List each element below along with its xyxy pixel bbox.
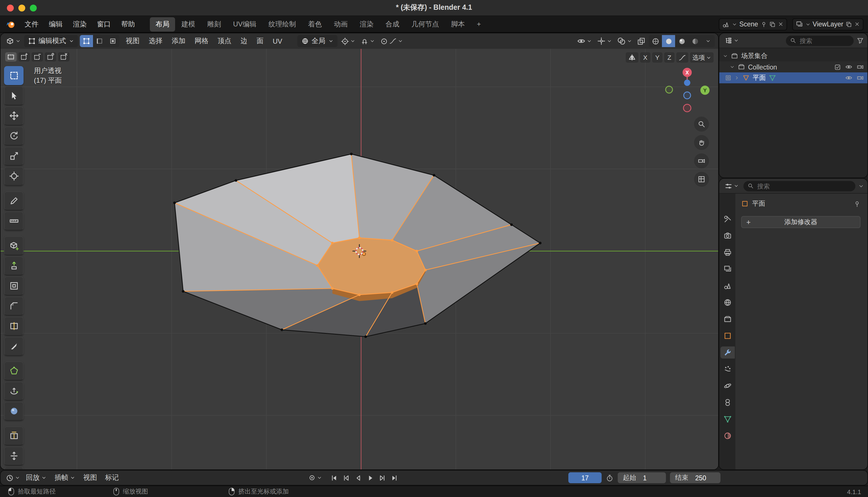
tool-measure[interactable] — [4, 211, 24, 230]
workspace-tab-layout[interactable]: 布局 — [150, 17, 175, 31]
mirror-x-button[interactable]: X — [640, 52, 650, 62]
vertex-select-button[interactable] — [80, 35, 93, 47]
transport-jump-last[interactable] — [389, 472, 400, 483]
outliner-search-input[interactable] — [798, 37, 839, 44]
selectable-checkbox-icon[interactable] — [834, 63, 841, 70]
tool-move[interactable] — [4, 106, 24, 125]
render-camera-icon[interactable] — [856, 74, 864, 82]
properties-search-input[interactable] — [756, 182, 796, 190]
properties-tab-render[interactable] — [720, 230, 735, 242]
properties-tab-modifiers[interactable] — [720, 346, 735, 358]
timeline-menu-playback[interactable]: 回放 — [22, 471, 50, 484]
tool-select-box[interactable] — [4, 66, 24, 85]
tool-cursor[interactable] — [4, 86, 24, 105]
properties-tab-world[interactable] — [720, 297, 735, 309]
add-modifier-button[interactable]: + 添加修改器 — [741, 216, 860, 228]
auto-keying-button[interactable] — [307, 473, 324, 483]
properties-tab-object-data[interactable] — [720, 413, 735, 425]
wireframe-shading-button[interactable] — [649, 35, 662, 47]
properties-tab-material[interactable] — [720, 430, 735, 442]
blender-logo-menu[interactable] — [6, 19, 16, 29]
rendered-shading-button[interactable] — [688, 35, 702, 47]
timeline-menu-view[interactable]: 视图 — [79, 471, 101, 484]
zoom-icon[interactable] — [694, 117, 709, 131]
tool-knife[interactable] — [4, 337, 24, 356]
workspace-tab-shading[interactable]: 着色 — [302, 17, 327, 31]
properties-tab-physics[interactable] — [720, 380, 735, 392]
properties-tab-tool[interactable] — [720, 213, 735, 225]
workspace-tab-rendering[interactable]: 渲染 — [354, 17, 379, 31]
properties-search[interactable] — [744, 181, 855, 191]
tool-extrude-region[interactable] — [4, 256, 24, 275]
mirror-z-button[interactable]: Z — [664, 52, 675, 62]
viewport-canvas[interactable]: X Y Z 选项 用户透视 (17) 平面 X — [1, 49, 718, 469]
pan-hand-icon[interactable] — [694, 135, 709, 150]
close-icon[interactable] — [778, 21, 783, 27]
proportional-editing-button[interactable] — [378, 36, 404, 46]
navigation-gizmo[interactable]: X Y — [663, 66, 711, 114]
mirror-y-button[interactable]: Y — [652, 52, 662, 62]
tool-edge-slide[interactable] — [4, 426, 24, 445]
menu-render[interactable]: 渲染 — [68, 17, 92, 31]
chevron-right-icon[interactable] — [734, 75, 739, 81]
tool-add-cube[interactable] — [4, 236, 24, 255]
hide-eye-icon[interactable] — [845, 74, 853, 82]
properties-tab-collection[interactable] — [720, 313, 735, 325]
workspace-tab-sculpting[interactable]: 雕刻 — [202, 17, 227, 31]
properties-tab-constraints[interactable] — [720, 396, 735, 409]
workspace-tab-add[interactable]: + — [471, 18, 487, 30]
axis-neg-x-ball[interactable] — [683, 104, 691, 112]
viewport-menu-view[interactable]: 视图 — [121, 34, 144, 48]
workspace-tab-texture-paint[interactable]: 纹理绘制 — [263, 17, 302, 31]
close-icon[interactable] — [854, 21, 860, 27]
transport-jump-first[interactable] — [328, 472, 339, 483]
tool-rip-region[interactable] — [4, 467, 24, 469]
properties-tab-scene[interactable] — [720, 280, 735, 292]
viewport-menu-add[interactable]: 添加 — [167, 34, 190, 48]
workspace-tab-scripting[interactable]: 脚本 — [445, 17, 470, 31]
tool-rotate[interactable] — [4, 126, 24, 145]
chevron-down-icon[interactable] — [723, 54, 728, 59]
properties-tab-particles[interactable] — [720, 363, 735, 375]
tool-inset-faces[interactable] — [4, 276, 24, 295]
stopwatch-icon[interactable] — [606, 474, 614, 482]
transport-next-keyframe[interactable] — [377, 472, 387, 483]
transport-prev-keyframe[interactable] — [340, 472, 351, 483]
viewport-menu-select[interactable]: 选择 — [144, 34, 167, 48]
axis-z-ball[interactable] — [684, 80, 690, 86]
tool-transform[interactable] — [4, 167, 24, 186]
timeline-menu-keying[interactable]: 插帧 — [50, 471, 79, 484]
viewport-menu-face[interactable]: 面 — [252, 34, 268, 48]
viewport-menu-uv[interactable]: UV — [268, 36, 287, 47]
sel-subtract-icon[interactable] — [32, 52, 43, 61]
camera-view-icon[interactable] — [694, 153, 709, 168]
tool-annotate[interactable] — [4, 191, 24, 210]
xray-toggle[interactable] — [635, 36, 647, 46]
options-dropdown[interactable]: 选项 — [690, 52, 713, 62]
timeline-menu-marker[interactable]: 标记 — [101, 471, 123, 484]
gizmos-dropdown[interactable] — [595, 36, 614, 46]
hide-eye-icon[interactable] — [845, 63, 853, 71]
viewport-menu-edge[interactable]: 边 — [236, 34, 252, 48]
workspace-tab-geometry-nodes[interactable]: 几何节点 — [406, 17, 445, 31]
axis-neg-y-ball[interactable] — [666, 86, 673, 93]
sel-invert-icon[interactable] — [45, 52, 56, 61]
workspace-tab-animation[interactable]: 动画 — [328, 17, 353, 31]
copy-icon[interactable] — [769, 21, 775, 27]
current-frame-field[interactable]: 17 — [568, 472, 602, 483]
outliner-row-collection[interactable]: Collection — [719, 61, 867, 72]
viewport-menu-vertex[interactable]: 顶点 — [213, 34, 236, 48]
workspace-tab-uv-editing[interactable]: UV编辑 — [227, 17, 262, 31]
tool-loop-cut[interactable] — [4, 316, 24, 336]
viewlayer-selector[interactable]: ViewLayer — [792, 18, 864, 30]
falloff-icon[interactable] — [676, 52, 688, 62]
timeline-editor-type-button[interactable] — [4, 472, 22, 483]
tool-spin[interactable] — [4, 382, 24, 400]
chevron-down-icon[interactable] — [730, 65, 735, 70]
mirror-icon[interactable] — [626, 52, 638, 62]
frame-end-field[interactable]: 结束 250 — [670, 472, 720, 483]
render-camera-icon[interactable] — [856, 63, 864, 71]
tool-scale[interactable] — [4, 146, 24, 166]
sel-new-icon[interactable] — [5, 52, 17, 61]
tool-shrink-fatten[interactable] — [4, 446, 24, 465]
